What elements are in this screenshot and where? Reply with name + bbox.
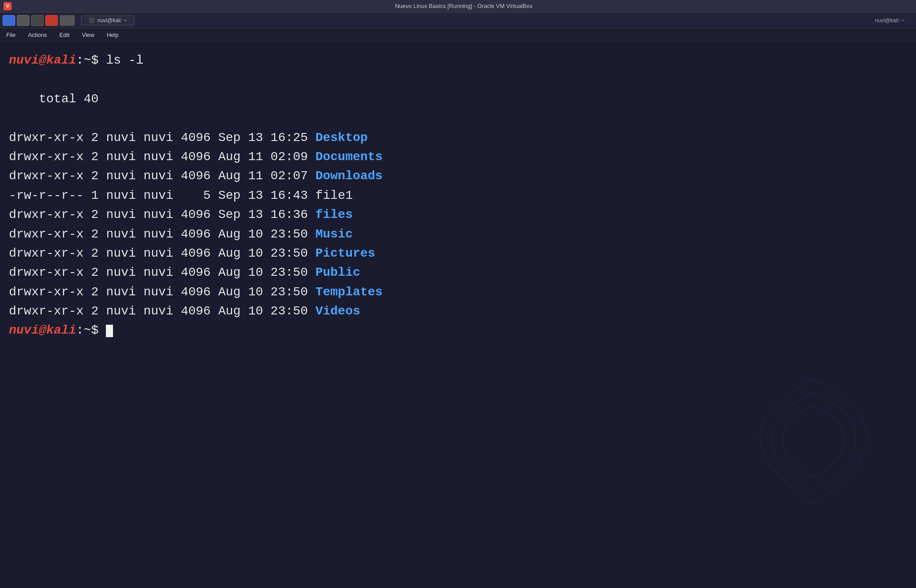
- menu-bar: File Actions Edit View Help: [0, 28, 916, 42]
- window-title: Nuevo Linux Basics [Running] - Oracle VM…: [15, 3, 912, 9]
- title-bar: V Nuevo Linux Basics [Running] - Oracle …: [0, 0, 916, 12]
- file-meta: drwxr-xr-x 2 nuvi nuvi 4096 Sep 13 16:25: [9, 131, 315, 145]
- menu-help[interactable]: Help: [105, 31, 121, 39]
- toolbar-btn-1[interactable]: [3, 15, 15, 26]
- prompt-line-2[interactable]: nuvi@kali:~$: [9, 321, 907, 340]
- file-name: Music: [315, 227, 353, 241]
- app-icon: V: [4, 2, 12, 10]
- file-row: drwxr-xr-x 2 nuvi nuvi 4096 Sep 13 16:25…: [9, 128, 907, 147]
- toolbar-btn-3[interactable]: [31, 15, 44, 26]
- terminal-tab-icon: ⬛: [89, 17, 95, 23]
- file-row: drwxr-xr-x 2 nuvi nuvi 4096 Aug 10 23:50…: [9, 225, 907, 244]
- file-name: file1: [315, 189, 353, 202]
- file-row: drwxr-xr-x 2 nuvi nuvi 4096 Aug 10 23:50…: [9, 302, 907, 321]
- file-name: Public: [315, 266, 360, 279]
- menu-edit[interactable]: Edit: [58, 31, 71, 39]
- file-meta: drwxr-xr-x 2 nuvi nuvi 4096 Aug 11 02:09: [9, 150, 315, 164]
- file-meta: drwxr-xr-x 2 nuvi nuvi 4096 Aug 10 23:50: [9, 304, 315, 318]
- file-name: Pictures: [315, 246, 375, 260]
- prompt-user-2: nuvi@kali: [9, 323, 76, 337]
- file-row: drwxr-xr-x 2 nuvi nuvi 4096 Sep 13 16:36…: [9, 205, 907, 224]
- toolbar-btn-2[interactable]: [17, 15, 29, 26]
- file-row: -rw-r--r-- 1 nuvi nuvi 5 Sep 13 16:43 fi…: [9, 186, 907, 205]
- file-name: Desktop: [315, 131, 368, 145]
- cursor: [106, 325, 113, 337]
- command-text: ls -l: [106, 53, 143, 67]
- file-name: Documents: [315, 150, 383, 164]
- command-line: nuvi@kali:~$ ls -l: [9, 51, 907, 70]
- file-name: files: [315, 208, 353, 222]
- prompt-symbol-1: :~$: [76, 53, 106, 67]
- file-row: drwxr-xr-x 2 nuvi nuvi 4096 Aug 10 23:50…: [9, 244, 907, 263]
- file-row: drwxr-xr-x 2 nuvi nuvi 4096 Aug 11 02:09…: [9, 147, 907, 166]
- file-listing: drwxr-xr-x 2 nuvi nuvi 4096 Sep 13 16:25…: [9, 128, 907, 321]
- menu-file[interactable]: File: [4, 31, 17, 39]
- file-meta: drwxr-xr-x 2 nuvi nuvi 4096 Sep 13 16:36: [9, 208, 315, 222]
- total-text: total 40: [39, 92, 98, 106]
- file-name: Templates: [315, 285, 383, 299]
- file-row: drwxr-xr-x 2 nuvi nuvi 4096 Aug 10 23:50…: [9, 282, 907, 302]
- toolbar-title: nuvi@kali: ~: [875, 17, 904, 24]
- file-meta: drwxr-xr-x 2 nuvi nuvi 4096 Aug 10 23:50: [9, 266, 315, 279]
- file-name: Downloads: [315, 169, 383, 183]
- prompt-user-1: nuvi@kali: [9, 53, 76, 67]
- file-meta: drwxr-xr-x 2 nuvi nuvi 4096 Aug 10 23:50: [9, 246, 315, 260]
- terminal-area[interactable]: nuvi@kali:~$ ls -l total 40 drwxr-xr-x 2…: [0, 42, 916, 588]
- terminal-tab[interactable]: ⬛ nuvi@kali: ~: [81, 16, 134, 25]
- file-meta: drwxr-xr-x 2 nuvi nuvi 4096 Aug 10 23:50: [9, 227, 315, 241]
- total-line: total 40: [9, 70, 907, 128]
- menu-view[interactable]: View: [80, 31, 96, 39]
- menu-actions[interactable]: Actions: [26, 31, 49, 39]
- file-meta: drwxr-xr-x 2 nuvi nuvi 4096 Aug 10 23:50: [9, 285, 315, 299]
- file-meta: drwxr-xr-x 2 nuvi nuvi 4096 Aug 11 02:07: [9, 169, 315, 183]
- file-meta: -rw-r--r-- 1 nuvi nuvi 5 Sep 13 16:43: [9, 189, 315, 202]
- toolbar-btn-5[interactable]: [60, 15, 75, 26]
- file-row: drwxr-xr-x 2 nuvi nuvi 4096 Aug 10 23:50…: [9, 263, 907, 282]
- prompt-symbol-2: :~$: [76, 323, 106, 337]
- toolbar-btn-4[interactable]: [45, 15, 58, 26]
- bg-decoration: [747, 375, 880, 508]
- terminal-tab-label: nuvi@kali: ~: [97, 17, 127, 24]
- toolbar: ⬛ nuvi@kali: ~ nuvi@kali: ~: [0, 12, 916, 28]
- file-row: drwxr-xr-x 2 nuvi nuvi 4096 Aug 11 02:07…: [9, 166, 907, 185]
- file-name: Videos: [315, 304, 360, 318]
